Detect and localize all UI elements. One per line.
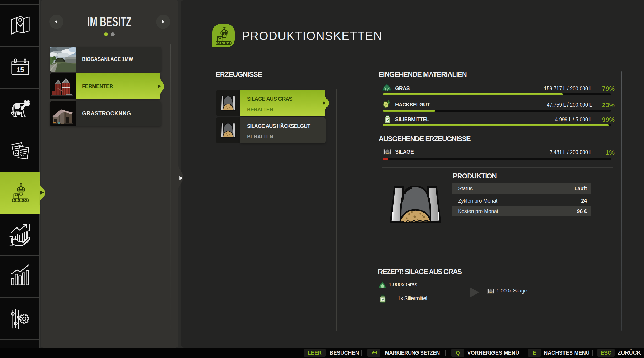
svg-text:15: 15 [17, 66, 24, 74]
